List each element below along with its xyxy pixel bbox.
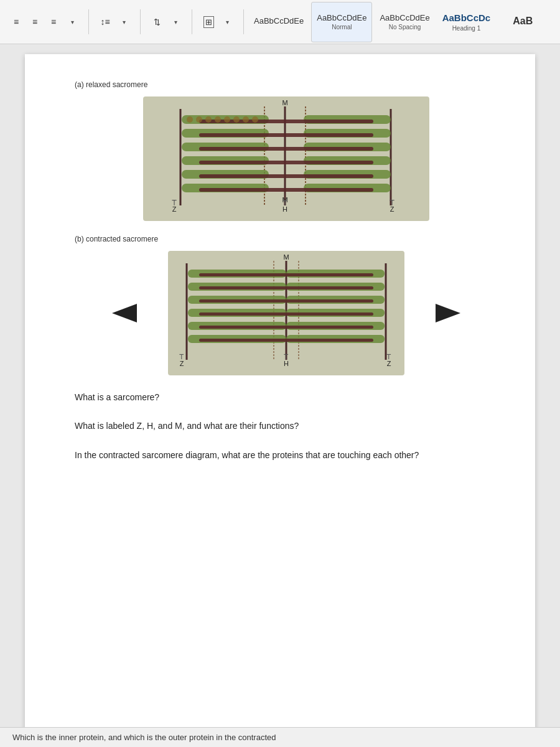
- relaxed-sarcomere-diagram: M: [131, 96, 442, 221]
- borders-group: ⊞ ▾: [197, 13, 238, 31]
- divider-1: [88, 9, 89, 34]
- question-1: What is a sarcomere?: [75, 390, 498, 404]
- bottom-text: Which is the inner protein, and which is…: [12, 733, 276, 742]
- svg-text:⊤: ⊤: [386, 352, 391, 361]
- divider-2: [140, 9, 141, 34]
- svg-point-26: [196, 116, 202, 123]
- spacing-group: ↕≡ ▾: [94, 13, 135, 31]
- list-icon[interactable]: ≡: [7, 13, 25, 31]
- svg-rect-24: [199, 188, 373, 192]
- style-preview-normal: AaBbCcDdEe: [317, 13, 366, 23]
- list-number-icon[interactable]: ≡: [26, 13, 44, 31]
- borders-icon[interactable]: ⊞: [200, 13, 217, 31]
- sort-group: ⇅ ▾: [146, 13, 187, 31]
- svg-text:⊤: ⊤: [172, 197, 177, 207]
- svg-rect-22: [199, 161, 373, 164]
- style-aabb4-btn[interactable]: AaB: [498, 2, 548, 42]
- contracted-sarcomere-svg: M: [168, 251, 404, 375]
- diagram-a-label: (a) relaxed sacromere: [75, 79, 498, 90]
- list-indent-dropdown[interactable]: ▾: [63, 13, 81, 31]
- style-preview-heading1: AaBbCcDc: [442, 12, 491, 24]
- svg-text:⊤: ⊤: [390, 197, 394, 207]
- svg-text:M: M: [283, 253, 289, 261]
- svg-point-30: [233, 116, 240, 123]
- style-heading1-btn[interactable]: AaBbCcDc Heading 1: [437, 2, 496, 42]
- list-indent-icon[interactable]: ≡: [45, 13, 62, 31]
- style-normal-btn[interactable]: AaBbCcDdEe Normal: [311, 2, 372, 42]
- svg-point-27: [205, 116, 212, 123]
- svg-rect-23: [199, 174, 373, 178]
- question-3: In the contracted sarcomere diagram, wha…: [75, 448, 498, 462]
- style-preview-1: AaBbCcDdEe: [254, 16, 304, 26]
- style-preview-aabb4: AaB: [513, 15, 533, 27]
- svg-rect-65: [199, 326, 373, 329]
- contracted-sarcomere-diagram: M: [131, 251, 442, 375]
- line-spacing-dropdown[interactable]: ▾: [115, 13, 133, 31]
- svg-rect-61: [199, 273, 373, 276]
- left-arrow: [112, 301, 143, 329]
- divider-3: [192, 9, 192, 34]
- svg-text:⊤: ⊤: [284, 352, 289, 361]
- svg-rect-64: [199, 312, 373, 316]
- question-2: What is labeled Z, H, and M, and what ar…: [75, 419, 498, 433]
- svg-point-29: [224, 116, 230, 123]
- right-arrow: [429, 301, 460, 329]
- svg-point-25: [187, 116, 193, 123]
- style-label-heading1: Heading 1: [452, 25, 481, 32]
- borders-dropdown[interactable]: ▾: [218, 13, 236, 31]
- svg-rect-66: [199, 339, 373, 342]
- svg-marker-40: [112, 304, 137, 322]
- line-spacing-icon[interactable]: ↕≡: [96, 13, 114, 31]
- svg-rect-62: [199, 286, 373, 289]
- style-nospacing-btn[interactable]: AaBbCcDdEe No Spacing: [375, 2, 434, 42]
- style-preview-nospacing: AaBbCcDdEe: [380, 13, 429, 23]
- sort-dropdown[interactable]: ▾: [167, 13, 184, 31]
- svg-text:M: M: [282, 99, 287, 106]
- svg-point-31: [243, 116, 249, 123]
- bottom-bar: Which is the inner protein, and which is…: [0, 727, 560, 747]
- svg-rect-20: [199, 133, 373, 137]
- sort-icon[interactable]: ⇅: [148, 13, 166, 31]
- content-area: (a) relaxed sacromere M: [0, 44, 560, 747]
- svg-rect-21: [199, 147, 373, 151]
- svg-text:⊤: ⊤: [282, 197, 287, 207]
- svg-text:⊤: ⊤: [179, 352, 184, 361]
- svg-marker-41: [436, 304, 460, 322]
- svg-point-32: [252, 116, 258, 123]
- paragraph-group: ≡ ≡ ≡ ▾: [5, 13, 83, 31]
- svg-rect-63: [199, 299, 373, 303]
- style-label-normal: Normal: [332, 24, 352, 31]
- style-aabbccddee-1[interactable]: AaBbCcDdEe: [249, 2, 309, 42]
- svg-point-28: [215, 116, 221, 123]
- page-content: (a) relaxed sacromere M: [75, 79, 498, 462]
- document-page: (a) relaxed sacromere M: [25, 54, 535, 739]
- diagram-b-label: (b) contracted sacromere: [75, 233, 498, 245]
- toolbar: ≡ ≡ ≡ ▾ ↕≡ ▾ ⇅ ▾ ⊞ ▾ AaBbCcDdEe AaBbCcDd…: [0, 0, 560, 44]
- divider-4: [243, 9, 244, 34]
- relaxed-sarcomere-svg: M: [143, 96, 429, 221]
- style-label-nospacing: No Spacing: [389, 24, 421, 31]
